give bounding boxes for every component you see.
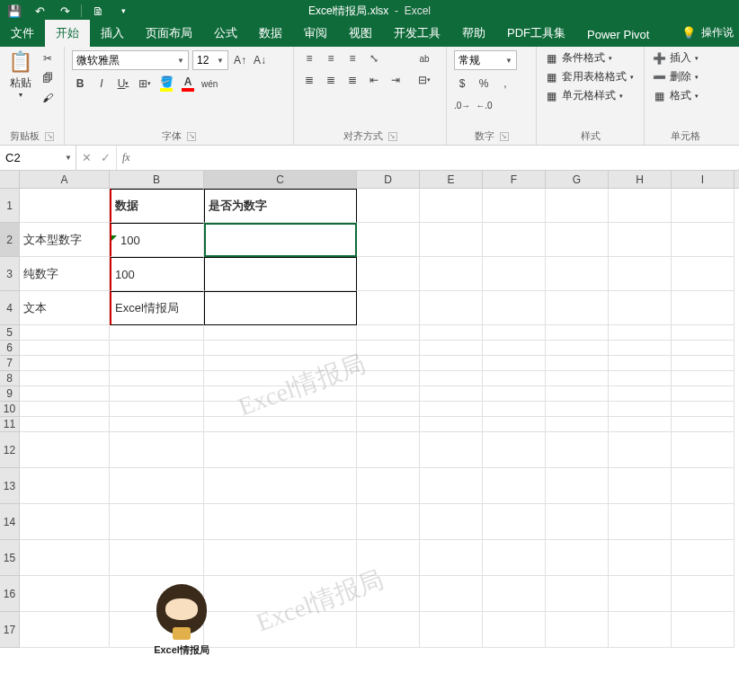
col-header-I[interactable]: I (672, 171, 735, 188)
row-header-2[interactable]: 2 (0, 223, 20, 257)
cell-A4[interactable]: 文本 (20, 291, 110, 325)
cell-D8[interactable] (357, 371, 420, 386)
cell-D14[interactable] (357, 504, 420, 540)
chevron-down-icon[interactable]: ▼ (174, 57, 184, 65)
tell-me[interactable]: 💡 操作说 (681, 25, 734, 40)
align-left-button[interactable]: ≣ (301, 72, 317, 88)
cell-D13[interactable] (357, 468, 420, 504)
col-header-A[interactable]: A (20, 171, 110, 188)
cell-H12[interactable] (609, 432, 672, 468)
font-color-button[interactable]: A (180, 75, 196, 92)
cell-A14[interactable] (20, 504, 110, 540)
cell-B6[interactable] (110, 341, 204, 356)
cell-D16[interactable] (357, 576, 420, 612)
conditional-formatting-button[interactable]: ▦ 条件格式▾ (544, 50, 637, 66)
cell-G2[interactable] (546, 223, 609, 257)
row-header-9[interactable]: 9 (0, 386, 20, 402)
comma-format-button[interactable]: , (497, 75, 513, 92)
number-format-combo[interactable]: ▼ (454, 50, 517, 70)
cell-G6[interactable] (546, 341, 609, 356)
cell-G11[interactable] (546, 417, 609, 432)
cell-G12[interactable] (546, 432, 609, 468)
tab-developer[interactable]: 开发工具 (383, 20, 451, 47)
cell-A12[interactable] (20, 432, 110, 468)
cell-I11[interactable] (672, 417, 735, 432)
row-header-14[interactable]: 14 (0, 504, 20, 540)
cell-H15[interactable] (609, 540, 672, 576)
align-bottom-button[interactable]: ≡ (344, 50, 361, 66)
cell-E17[interactable] (420, 612, 483, 648)
cell-F5[interactable] (483, 325, 546, 341)
cell-E13[interactable] (420, 468, 483, 504)
cell-A1[interactable] (20, 189, 110, 223)
cell-H14[interactable] (609, 504, 672, 540)
row-header-3[interactable]: 3 (0, 257, 20, 291)
cell-C7[interactable] (204, 356, 357, 371)
cell-B12[interactable] (110, 432, 204, 468)
cell-H17[interactable] (609, 612, 672, 648)
cell-F7[interactable] (483, 356, 546, 371)
cell-B10[interactable] (110, 402, 204, 417)
cell-B5[interactable] (110, 325, 204, 341)
cell-D10[interactable] (357, 402, 420, 417)
cell-C11[interactable] (204, 417, 357, 432)
save-icon[interactable]: 💾 (5, 2, 23, 20)
tab-review[interactable]: 审阅 (293, 20, 338, 47)
underline-button[interactable]: U▾ (115, 75, 131, 92)
cell-A11[interactable] (20, 417, 110, 432)
cell-G16[interactable] (546, 576, 609, 612)
cell-C12[interactable] (204, 432, 357, 468)
cell-I3[interactable] (672, 257, 735, 291)
cell-F15[interactable] (483, 540, 546, 576)
cell-B9[interactable] (110, 386, 204, 402)
cell-B4[interactable]: Excel情报局 (110, 291, 204, 325)
cell-E4[interactable] (420, 291, 483, 325)
col-header-B[interactable]: B (110, 171, 204, 188)
select-all-corner[interactable] (0, 171, 20, 188)
cell-A6[interactable] (20, 341, 110, 356)
cell-F3[interactable] (483, 257, 546, 291)
cell-H5[interactable] (609, 325, 672, 341)
cell-I17[interactable] (672, 612, 735, 648)
cell-D4[interactable] (357, 291, 420, 325)
decrease-decimal-button[interactable]: ←.0 (476, 97, 492, 113)
cell-F1[interactable] (483, 189, 546, 223)
cell-F6[interactable] (483, 341, 546, 356)
font-dialog-launcher[interactable]: ↘ (187, 132, 196, 141)
cell-I1[interactable] (672, 189, 735, 223)
redo-icon[interactable]: ↷ (56, 2, 74, 20)
decrease-font-button[interactable]: A↓ (252, 52, 268, 68)
cell-A10[interactable] (20, 402, 110, 417)
cell-E10[interactable] (420, 402, 483, 417)
align-right-button[interactable]: ≣ (344, 72, 361, 88)
row-header-5[interactable]: 5 (0, 325, 20, 341)
increase-indent-button[interactable]: ⇥ (387, 72, 404, 88)
cell-F13[interactable] (483, 468, 546, 504)
cell-H11[interactable] (609, 417, 672, 432)
cell-D5[interactable] (357, 325, 420, 341)
cell-C2[interactable] (204, 223, 357, 257)
cell-I8[interactable] (672, 371, 735, 386)
cell-H6[interactable] (609, 341, 672, 356)
cell-H7[interactable] (609, 356, 672, 371)
col-header-D[interactable]: D (357, 171, 420, 188)
tab-power-pivot[interactable]: Power Pivot (576, 22, 660, 47)
cell-E7[interactable] (420, 356, 483, 371)
cell-C16[interactable] (204, 576, 357, 612)
cell-I9[interactable] (672, 386, 735, 402)
cell-E6[interactable] (420, 341, 483, 356)
cell-E8[interactable] (420, 371, 483, 386)
cell-E14[interactable] (420, 504, 483, 540)
increase-font-button[interactable]: A↑ (232, 52, 248, 68)
chevron-down-icon[interactable]: ▼ (213, 57, 224, 65)
percent-format-button[interactable]: % (476, 75, 492, 92)
orientation-button[interactable]: ⤡ (366, 50, 382, 66)
cell-D3[interactable] (357, 257, 420, 291)
phonetic-button[interactable]: wén (201, 75, 218, 92)
cell-G15[interactable] (546, 540, 609, 576)
format-painter-button[interactable]: 🖌 (39, 90, 57, 106)
cell-C5[interactable] (204, 325, 357, 341)
cell-B13[interactable] (110, 468, 204, 504)
cell-B7[interactable] (110, 356, 204, 371)
wrap-text-button[interactable]: ab (416, 50, 432, 66)
